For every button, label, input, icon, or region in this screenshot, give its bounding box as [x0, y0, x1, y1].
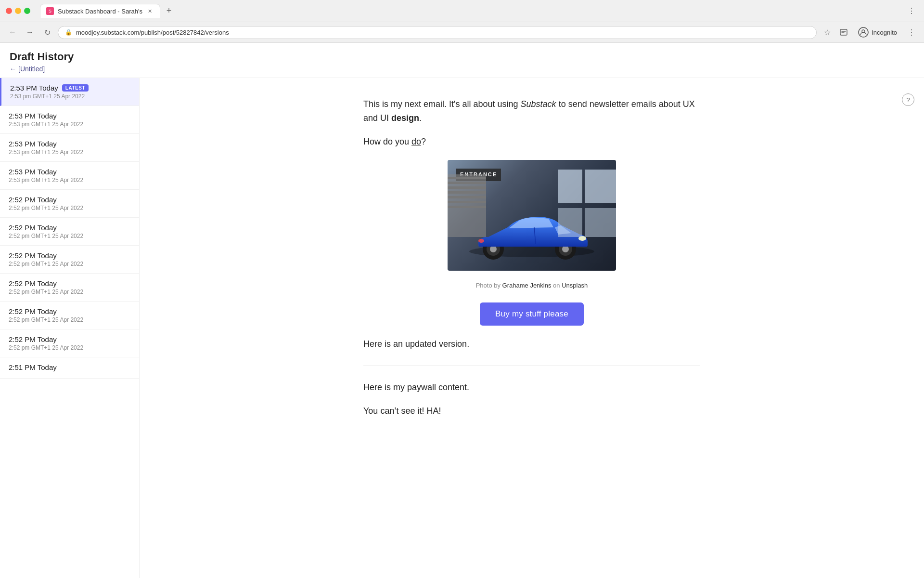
sidebar-item-date-4: 2:52 pm GMT+1 25 Apr 2022: [9, 205, 130, 211]
article-image-container: ENTRANCE: [363, 160, 700, 275]
sidebar-item-date-1: 2:53 pm GMT+1 25 Apr 2022: [9, 121, 130, 128]
svg-rect-22: [585, 170, 616, 203]
sidebar-item-10[interactable]: 2:51 PM Today: [0, 357, 139, 379]
help-button[interactable]: ?: [902, 93, 914, 106]
updated-version-text: Here is an updated version.: [363, 337, 700, 351]
page-title: Draft History: [10, 51, 914, 63]
sidebar-item-date-5: 2:52 pm GMT+1 25 Apr 2022: [9, 233, 130, 239]
caption-prefix: Photo by: [476, 282, 502, 289]
sidebar-item-time-5: 2:52 PM Today: [9, 223, 130, 232]
draft-history-sidebar: 2:53 PM TodayLATEST2:53 pm GMT+1 25 Apr …: [0, 78, 140, 578]
forward-button[interactable]: →: [23, 26, 37, 39]
latest-badge: LATEST: [62, 84, 89, 92]
browser-toolbar: ← → ↻ 🔒 moodjoy.substack.com/publish/pos…: [0, 22, 924, 42]
back-button[interactable]: ←: [6, 26, 19, 39]
menu-button[interactable]: ⋮: [905, 4, 918, 18]
sidebar-item-date-6: 2:52 pm GMT+1 25 Apr 2022: [9, 261, 130, 267]
sidebar-item-0[interactable]: 2:53 PM TodayLATEST2:53 pm GMT+1 25 Apr …: [0, 78, 139, 106]
tab-bar: S Substack Dashboard - Sarah's ✕ +: [40, 4, 901, 18]
sidebar-item-6[interactable]: 2:52 PM Today2:52 pm GMT+1 25 Apr 2022: [0, 246, 139, 274]
sidebar-item-time-7: 2:52 PM Today: [9, 279, 130, 288]
svg-rect-18: [448, 196, 486, 198]
p1-italic: Substack: [521, 99, 556, 109]
sidebar-item-date-7: 2:52 pm GMT+1 25 Apr 2022: [9, 289, 130, 295]
p1-bold: design: [391, 113, 419, 123]
content-area: This is my next email. It's all about us…: [140, 78, 924, 578]
lock-icon: 🔒: [65, 29, 72, 36]
maximize-window-button[interactable]: [24, 8, 30, 14]
p2-prefix: How do you: [363, 137, 411, 146]
sidebar-item-8[interactable]: 2:52 PM Today2:52 pm GMT+1 25 Apr 2022: [0, 302, 139, 329]
article-paragraph-1: This is my next email. It's all about us…: [363, 97, 700, 125]
minimize-window-button[interactable]: [15, 8, 21, 14]
sidebar-item-time-0: 2:53 PM TodayLATEST: [10, 84, 130, 92]
svg-rect-15: [448, 182, 486, 184]
toolbar-right: ☆ Incognito ⋮: [821, 25, 918, 39]
svg-point-9: [562, 246, 569, 252]
svg-rect-17: [448, 191, 486, 194]
entrance-sign: ENTRANCE: [456, 169, 501, 181]
traffic-lights: [6, 8, 30, 14]
sidebar-item-time-9: 2:52 PM Today: [9, 335, 130, 343]
app-layout: Draft History ← [Untitled] ? 2:53 PM Tod…: [0, 43, 924, 578]
browser-chrome: S Substack Dashboard - Sarah's ✕ + ⋮ ← →…: [0, 0, 924, 43]
sidebar-item-9[interactable]: 2:52 PM Today2:52 pm GMT+1 25 Apr 2022: [0, 329, 139, 357]
sidebar-item-time-4: 2:52 PM Today: [9, 196, 130, 204]
bookmark-icon[interactable]: ☆: [821, 26, 834, 39]
sidebar-item-date-9: 2:52 pm GMT+1 25 Apr 2022: [9, 344, 130, 351]
p1-end: .: [419, 113, 422, 123]
breadcrumb-back[interactable]: ← [Untitled]: [10, 65, 914, 73]
svg-point-6: [490, 246, 497, 252]
svg-rect-21: [558, 170, 582, 203]
tab-favicon: S: [46, 7, 54, 15]
sidebar-item-1[interactable]: 2:53 PM Today2:53 pm GMT+1 25 Apr 2022: [0, 106, 139, 134]
caption-author-link[interactable]: Grahame Jenkins: [502, 282, 552, 289]
sidebar-item-date-2: 2:53 pm GMT+1 25 Apr 2022: [9, 149, 130, 156]
url-text: moodjoy.substack.com/publish/post/528278…: [76, 29, 809, 36]
article-body: This is my next email. It's all about us…: [363, 97, 700, 418]
p2-underline: do: [411, 137, 421, 146]
paywall-line2: You can’t see it! HA!: [363, 404, 700, 418]
tab-title: Substack Dashboard - Sarah's: [58, 8, 142, 15]
address-bar[interactable]: 🔒 moodjoy.substack.com/publish/post/5282…: [58, 26, 817, 39]
breadcrumb-arrow: ←: [10, 65, 16, 73]
article-image: ENTRANCE: [448, 160, 616, 271]
sidebar-item-date-3: 2:53 pm GMT+1 25 Apr 2022: [9, 177, 130, 184]
incognito-label: Incognito: [872, 29, 897, 36]
browser-titlebar: S Substack Dashboard - Sarah's ✕ + ⋮: [0, 0, 924, 22]
close-window-button[interactable]: [6, 8, 12, 14]
incognito-button[interactable]: Incognito: [853, 25, 902, 39]
sidebar-item-time-2: 2:53 PM Today: [9, 140, 130, 148]
cta-button[interactable]: Buy my stuff please: [480, 302, 584, 326]
app-header: Draft History ← [Untitled] ?: [0, 43, 924, 78]
caption-middle: on: [551, 282, 562, 289]
sidebar-item-3[interactable]: 2:53 PM Today2:53 pm GMT+1 25 Apr 2022: [0, 162, 139, 190]
sidebar-item-time-10: 2:51 PM Today: [9, 363, 130, 371]
caption-site-link[interactable]: Unsplash: [562, 282, 588, 289]
p1-prefix: This is my next email. It's all about us…: [363, 99, 521, 109]
svg-rect-0: [840, 29, 847, 35]
sidebar-item-5[interactable]: 2:52 PM Today2:52 pm GMT+1 25 Apr 2022: [0, 218, 139, 246]
article-paragraph-2: How do you do?: [363, 135, 700, 149]
car-illustration: [464, 203, 599, 261]
reload-button[interactable]: ↻: [40, 26, 54, 39]
sidebar-item-2[interactable]: 2:53 PM Today2:53 pm GMT+1 25 Apr 2022: [0, 134, 139, 162]
breadcrumb-label: [Untitled]: [18, 65, 45, 73]
cta-button-container: Buy my stuff please: [363, 302, 700, 326]
close-tab-button[interactable]: ✕: [146, 7, 154, 15]
sidebar-item-date-8: 2:52 pm GMT+1 25 Apr 2022: [9, 316, 130, 323]
svg-rect-16: [448, 186, 486, 189]
sidebar-item-time-3: 2:53 PM Today: [9, 168, 130, 176]
active-tab[interactable]: S Substack Dashboard - Sarah's ✕: [40, 4, 160, 18]
sidebar-item-time-1: 2:53 PM Today: [9, 112, 130, 120]
main-content: 2:53 PM TodayLATEST2:53 pm GMT+1 25 Apr …: [0, 78, 924, 578]
new-tab-button[interactable]: +: [162, 4, 176, 18]
tab-search-icon[interactable]: [837, 26, 850, 39]
image-caption: Photo by Grahame Jenkins on Unsplash: [363, 281, 700, 291]
svg-point-11: [578, 236, 586, 241]
sidebar-item-time-6: 2:52 PM Today: [9, 251, 130, 260]
sidebar-item-7[interactable]: 2:52 PM Today2:52 pm GMT+1 25 Apr 2022: [0, 274, 139, 302]
p2-suffix: ?: [421, 137, 426, 146]
chrome-menu-icon[interactable]: ⋮: [905, 26, 918, 39]
sidebar-item-4[interactable]: 2:52 PM Today2:52 pm GMT+1 25 Apr 2022: [0, 190, 139, 218]
